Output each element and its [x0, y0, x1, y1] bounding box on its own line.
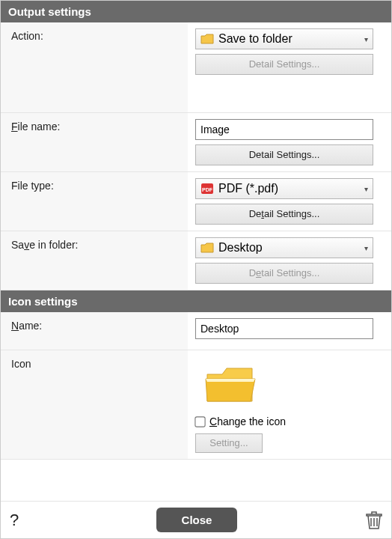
- filename-detail-button[interactable]: Detail Settings...: [195, 144, 373, 165]
- action-dropdown[interactable]: Save to folder ▾: [195, 28, 373, 49]
- filetype-detail-button[interactable]: Detail Settings...: [195, 204, 373, 225]
- action-label: Action:: [1, 22, 188, 112]
- filetype-dropdown[interactable]: PDF PDF (*.pdf) ▾: [195, 178, 373, 199]
- chevron-down-icon: ▾: [364, 35, 368, 43]
- icon-label: Icon: [1, 350, 188, 459]
- filetype-label: File type:: [1, 172, 188, 231]
- filetype-value: PDF (*.pdf): [218, 182, 278, 195]
- savein-value: Desktop: [218, 241, 263, 255]
- chevron-down-icon: ▾: [364, 244, 368, 252]
- filename-label: File name:: [1, 113, 188, 171]
- change-icon-checkbox[interactable]: [195, 416, 205, 427]
- close-button[interactable]: Close: [156, 508, 238, 532]
- action-value: Save to folder: [218, 32, 293, 46]
- savein-label: Save in folder:: [1, 231, 188, 290]
- trash-icon[interactable]: [366, 511, 382, 529]
- icon-setting-button[interactable]: Setting...: [195, 433, 263, 453]
- help-icon[interactable]: ?: [10, 511, 28, 530]
- iconname-input[interactable]: [195, 318, 373, 339]
- output-settings-header: Output settings: [1, 1, 391, 22]
- savein-dropdown[interactable]: Desktop ▾: [195, 237, 373, 258]
- folder-large-icon: [204, 364, 257, 405]
- folder-icon: [200, 243, 214, 253]
- chevron-down-icon: ▾: [364, 185, 368, 193]
- action-detail-button[interactable]: Detail Settings...: [195, 54, 373, 75]
- svg-text:PDF: PDF: [202, 187, 213, 192]
- icon-settings-header: Icon settings: [1, 290, 391, 312]
- filename-input[interactable]: [195, 119, 373, 140]
- iconname-label: Name:: [1, 312, 188, 350]
- change-icon-label: Change the icon: [209, 415, 286, 427]
- folder-icon: [200, 34, 214, 44]
- savein-detail-button[interactable]: Detail Settings...: [195, 263, 373, 284]
- pdf-icon: PDF: [200, 183, 214, 195]
